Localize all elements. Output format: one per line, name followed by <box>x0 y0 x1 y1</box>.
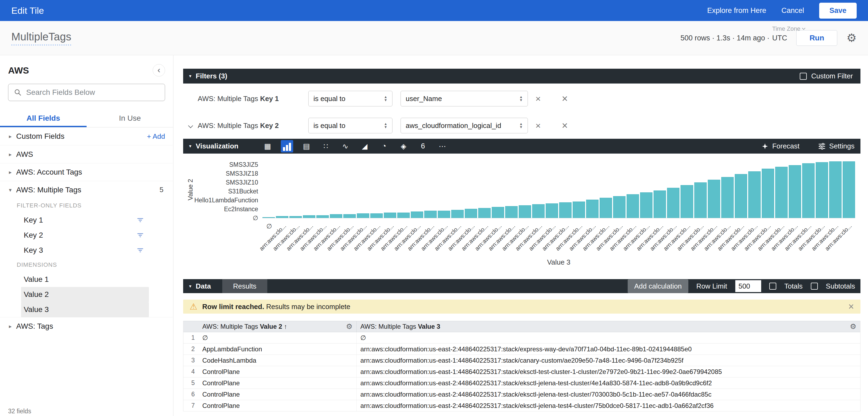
chart-bar[interactable] <box>789 165 801 218</box>
sidebar-field-key-1[interactable]: Key 1 <box>0 213 173 228</box>
sidebar-group-aws-multiple-tags[interactable]: ▾AWS: Multiple Tags5 <box>0 181 173 199</box>
chart-bar[interactable] <box>519 205 531 218</box>
sidebar-field-value-2[interactable]: Value 2 <box>21 287 149 302</box>
column-value2-gear-icon[interactable]: ⚙ <box>346 322 352 331</box>
filter-icon[interactable] <box>136 232 144 239</box>
sidebar-group-aws-tags[interactable]: ▸AWS: Tags <box>0 317 173 335</box>
collapse-sidebar-button[interactable]: ‹ <box>153 64 165 76</box>
chart-bar[interactable] <box>505 206 518 218</box>
chart-bar[interactable] <box>451 210 464 218</box>
chart-bar[interactable] <box>276 216 288 218</box>
chart-bar[interactable] <box>559 202 571 218</box>
table-row[interactable]: 6ControlPlanearn:aws:cloudformation:us-e… <box>183 389 860 400</box>
chart-bar[interactable] <box>816 162 828 218</box>
chart-bar[interactable] <box>572 202 585 218</box>
tab-in-use[interactable]: In Use <box>87 109 173 127</box>
more-icon[interactable]: ⋯ <box>436 140 448 152</box>
chart-bar[interactable] <box>357 213 369 218</box>
table-row[interactable]: 7ControlPlanearn:aws:cloudformation:us-e… <box>183 400 860 411</box>
caret-right-icon[interactable]: ▸ <box>4 151 16 158</box>
sidebar-group-aws[interactable]: ▸AWS <box>0 145 173 163</box>
timezone-label[interactable]: Time Zone <box>772 25 805 32</box>
table-row[interactable]: 2AppLambdaFunctionarn:aws:cloudformation… <box>183 344 860 355</box>
clear-filter-value-icon[interactable]: × <box>535 94 541 103</box>
column-header-value3[interactable]: AWS: Multiple Tags Value 3 ⚙ <box>356 321 860 332</box>
chart-bar[interactable] <box>654 190 666 218</box>
clear-filter-value-icon[interactable]: × <box>535 121 541 130</box>
cancel-button[interactable]: Cancel <box>781 6 804 15</box>
chart-bar[interactable] <box>478 208 491 218</box>
chart-bar[interactable] <box>735 174 747 218</box>
chart-bar[interactable] <box>303 215 315 218</box>
chart-bar[interactable] <box>802 163 815 218</box>
column-header-value2[interactable]: AWS: Multiple Tags Value 2 ↑ ⚙ <box>198 321 356 332</box>
chart-bar[interactable] <box>694 182 707 218</box>
chart-bar[interactable] <box>289 216 302 218</box>
sidebar-field-key-2[interactable]: Key 2 <box>0 228 173 243</box>
chart-bar[interactable] <box>829 162 842 218</box>
viz-settings-button[interactable]: Settings <box>818 142 855 150</box>
chart-bar[interactable] <box>721 177 734 218</box>
dismiss-warning-icon[interactable]: × <box>848 302 854 311</box>
tab-all-fields[interactable]: All Fields <box>0 109 87 127</box>
sidebar-field-value-3[interactable]: Value 3 <box>21 302 149 317</box>
caret-right-icon[interactable]: ▸ <box>4 323 16 330</box>
chart-bar[interactable] <box>600 198 612 218</box>
chart-bar[interactable] <box>640 193 652 218</box>
query-settings-gear-icon[interactable]: ⚙ <box>846 32 857 44</box>
chart-bar[interactable] <box>708 180 720 218</box>
sidebar-field-value-1[interactable]: Value 1 <box>0 272 173 287</box>
run-button[interactable]: Run <box>796 30 837 46</box>
bar-chart-icon[interactable]: ▤ <box>300 140 313 152</box>
timezone-selector[interactable]: Time Zone UTC <box>772 34 787 42</box>
single-value-icon[interactable]: 6 <box>417 140 429 152</box>
collapse-visualization-caret-icon[interactable]: ▾ <box>189 144 191 148</box>
table-row[interactable]: 4ControlPlanearn:aws:cloudformation:us-e… <box>183 366 860 378</box>
chart-bar[interactable] <box>370 213 383 218</box>
scatter-icon[interactable]: ∷ <box>320 140 332 152</box>
caret-right-icon[interactable]: ▸ <box>4 133 16 140</box>
chart-bar[interactable] <box>492 207 504 218</box>
custom-filter-checkbox[interactable] <box>800 73 807 80</box>
chart-bar[interactable] <box>775 167 787 218</box>
table-row[interactable]: 5ControlPlanearn:aws:cloudformation:us-e… <box>183 378 860 389</box>
sidebar-group-aws-account-tags[interactable]: ▸AWS: Account Tags <box>0 163 173 181</box>
remove-filter-icon[interactable]: × <box>562 94 568 104</box>
save-button[interactable]: Save <box>819 3 857 19</box>
column-value3-gear-icon[interactable]: ⚙ <box>850 322 857 331</box>
donut-chart-icon[interactable]: ◔ <box>378 140 390 152</box>
collapse-filters-caret-icon[interactable]: ▾ <box>189 74 191 78</box>
area-chart-icon[interactable]: ◢ <box>359 140 371 152</box>
search-input[interactable] <box>26 88 159 97</box>
chart-bar[interactable] <box>681 185 693 218</box>
chart-bar[interactable] <box>532 204 545 218</box>
chart-bar[interactable] <box>465 209 477 218</box>
chart-bar[interactable] <box>843 162 855 218</box>
filter-operator-select[interactable]: is equal to▲▼ <box>308 118 393 133</box>
chart-bar[interactable] <box>546 203 558 218</box>
map-icon[interactable]: ◈ <box>397 140 410 152</box>
chart-bar[interactable] <box>384 213 396 218</box>
table-icon[interactable]: ▦ <box>261 140 274 152</box>
tile-title-editable[interactable]: MultipleTags <box>11 31 71 45</box>
table-row[interactable]: 1∅∅ <box>183 332 860 344</box>
collapse-data-caret-icon[interactable]: ▾ <box>189 284 191 288</box>
sidebar-field-key-3[interactable]: Key 3 <box>0 243 173 258</box>
chart-bar[interactable] <box>343 214 356 218</box>
chart-bar[interactable] <box>330 214 342 218</box>
forecast-button[interactable]: Forecast <box>762 142 800 150</box>
caret-right-icon[interactable]: ▸ <box>4 169 16 175</box>
filter-expand-chevron-icon[interactable] <box>183 124 198 128</box>
chart-bar[interactable] <box>411 211 423 218</box>
filter-value-select[interactable]: user_Name▲▼ <box>401 91 528 106</box>
row-limit-input[interactable] <box>735 280 761 292</box>
line-chart-icon[interactable]: ∿ <box>339 140 351 152</box>
sidebar-group-custom-fields[interactable]: ▸Custom Fields+ Add <box>0 128 173 145</box>
chart-bar[interactable] <box>438 211 450 218</box>
totals-checkbox[interactable] <box>769 283 776 290</box>
subtotals-checkbox[interactable] <box>811 283 818 290</box>
chart-bar[interactable] <box>586 200 598 218</box>
chart-bar[interactable] <box>397 213 410 218</box>
chart-bar[interactable] <box>262 217 275 218</box>
chart-bar[interactable] <box>748 171 761 218</box>
